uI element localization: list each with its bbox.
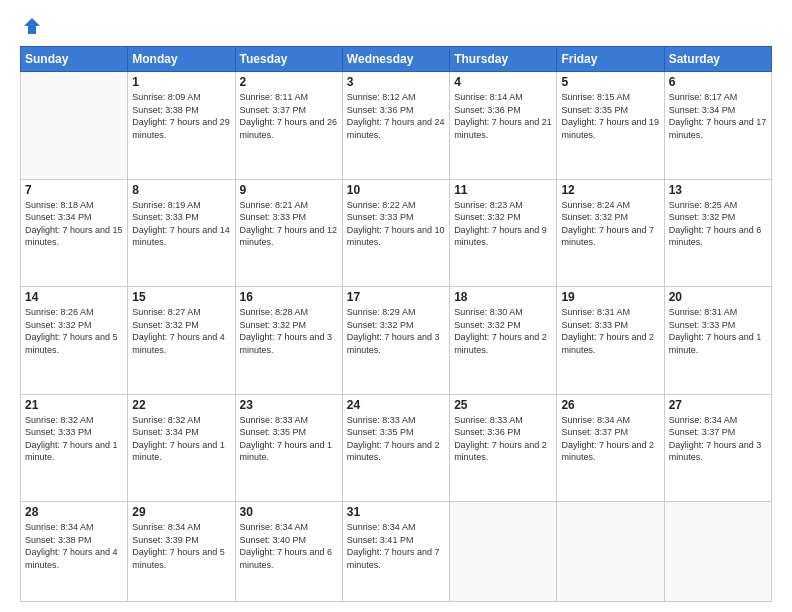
day-info: Sunrise: 8:27 AMSunset: 3:32 PMDaylight:… (132, 306, 230, 356)
calendar-cell: 28Sunrise: 8:34 AMSunset: 3:38 PMDayligh… (21, 502, 128, 602)
daylight-text: Daylight: 7 hours and 2 minutes. (561, 332, 654, 355)
daylight-text: Daylight: 7 hours and 17 minutes. (669, 117, 767, 140)
daylight-text: Daylight: 7 hours and 24 minutes. (347, 117, 445, 140)
day-info: Sunrise: 8:25 AMSunset: 3:32 PMDaylight:… (669, 199, 767, 249)
day-info: Sunrise: 8:33 AMSunset: 3:36 PMDaylight:… (454, 414, 552, 464)
day-number: 31 (347, 505, 445, 519)
day-info: Sunrise: 8:33 AMSunset: 3:35 PMDaylight:… (240, 414, 338, 464)
weekday-header-row: SundayMondayTuesdayWednesdayThursdayFrid… (21, 47, 772, 72)
day-info: Sunrise: 8:12 AMSunset: 3:36 PMDaylight:… (347, 91, 445, 141)
sunrise-text: Sunrise: 8:33 AM (347, 415, 416, 425)
day-number: 24 (347, 398, 445, 412)
sunrise-text: Sunrise: 8:12 AM (347, 92, 416, 102)
daylight-text: Daylight: 7 hours and 2 minutes. (454, 440, 547, 463)
sunset-text: Sunset: 3:32 PM (669, 212, 736, 222)
day-info: Sunrise: 8:31 AMSunset: 3:33 PMDaylight:… (561, 306, 659, 356)
sunrise-text: Sunrise: 8:31 AM (669, 307, 738, 317)
day-number: 14 (25, 290, 123, 304)
sunset-text: Sunset: 3:35 PM (347, 427, 414, 437)
calendar-cell: 20Sunrise: 8:31 AMSunset: 3:33 PMDayligh… (664, 287, 771, 395)
sunrise-text: Sunrise: 8:25 AM (669, 200, 738, 210)
weekday-header-thursday: Thursday (450, 47, 557, 72)
daylight-text: Daylight: 7 hours and 3 minutes. (240, 332, 333, 355)
daylight-text: Daylight: 7 hours and 6 minutes. (669, 225, 762, 248)
sunset-text: Sunset: 3:33 PM (240, 212, 307, 222)
sunrise-text: Sunrise: 8:34 AM (561, 415, 630, 425)
daylight-text: Daylight: 7 hours and 3 minutes. (669, 440, 762, 463)
calendar-cell: 11Sunrise: 8:23 AMSunset: 3:32 PMDayligh… (450, 179, 557, 287)
sunset-text: Sunset: 3:37 PM (669, 427, 736, 437)
sunset-text: Sunset: 3:33 PM (25, 427, 92, 437)
day-number: 20 (669, 290, 767, 304)
sunrise-text: Sunrise: 8:15 AM (561, 92, 630, 102)
daylight-text: Daylight: 7 hours and 26 minutes. (240, 117, 338, 140)
sunset-text: Sunset: 3:37 PM (561, 427, 628, 437)
calendar-cell: 7Sunrise: 8:18 AMSunset: 3:34 PMDaylight… (21, 179, 128, 287)
day-number: 12 (561, 183, 659, 197)
day-number: 17 (347, 290, 445, 304)
sunrise-text: Sunrise: 8:31 AM (561, 307, 630, 317)
day-info: Sunrise: 8:30 AMSunset: 3:32 PMDaylight:… (454, 306, 552, 356)
sunset-text: Sunset: 3:38 PM (25, 535, 92, 545)
day-info: Sunrise: 8:09 AMSunset: 3:38 PMDaylight:… (132, 91, 230, 141)
calendar-cell: 5Sunrise: 8:15 AMSunset: 3:35 PMDaylight… (557, 72, 664, 180)
sunset-text: Sunset: 3:32 PM (454, 212, 521, 222)
calendar-cell: 16Sunrise: 8:28 AMSunset: 3:32 PMDayligh… (235, 287, 342, 395)
daylight-text: Daylight: 7 hours and 1 minute. (669, 332, 762, 355)
day-number: 5 (561, 75, 659, 89)
calendar-cell: 6Sunrise: 8:17 AMSunset: 3:34 PMDaylight… (664, 72, 771, 180)
calendar-cell: 2Sunrise: 8:11 AMSunset: 3:37 PMDaylight… (235, 72, 342, 180)
calendar-cell (21, 72, 128, 180)
calendar-cell: 15Sunrise: 8:27 AMSunset: 3:32 PMDayligh… (128, 287, 235, 395)
day-number: 10 (347, 183, 445, 197)
week-row-2: 7Sunrise: 8:18 AMSunset: 3:34 PMDaylight… (21, 179, 772, 287)
sunrise-text: Sunrise: 8:34 AM (25, 522, 94, 532)
week-row-3: 14Sunrise: 8:26 AMSunset: 3:32 PMDayligh… (21, 287, 772, 395)
sunrise-text: Sunrise: 8:11 AM (240, 92, 309, 102)
day-info: Sunrise: 8:21 AMSunset: 3:33 PMDaylight:… (240, 199, 338, 249)
sunrise-text: Sunrise: 8:17 AM (669, 92, 738, 102)
day-number: 26 (561, 398, 659, 412)
day-info: Sunrise: 8:15 AMSunset: 3:35 PMDaylight:… (561, 91, 659, 141)
day-info: Sunrise: 8:28 AMSunset: 3:32 PMDaylight:… (240, 306, 338, 356)
sunrise-text: Sunrise: 8:30 AM (454, 307, 523, 317)
daylight-text: Daylight: 7 hours and 10 minutes. (347, 225, 445, 248)
daylight-text: Daylight: 7 hours and 1 minute. (25, 440, 118, 463)
day-number: 4 (454, 75, 552, 89)
day-number: 25 (454, 398, 552, 412)
sunset-text: Sunset: 3:34 PM (132, 427, 199, 437)
sunrise-text: Sunrise: 8:22 AM (347, 200, 416, 210)
day-info: Sunrise: 8:32 AMSunset: 3:34 PMDaylight:… (132, 414, 230, 464)
weekday-header-wednesday: Wednesday (342, 47, 449, 72)
sunset-text: Sunset: 3:36 PM (454, 427, 521, 437)
day-number: 8 (132, 183, 230, 197)
sunrise-text: Sunrise: 8:33 AM (240, 415, 309, 425)
sunrise-text: Sunrise: 8:28 AM (240, 307, 309, 317)
sunset-text: Sunset: 3:37 PM (240, 105, 307, 115)
daylight-text: Daylight: 7 hours and 19 minutes. (561, 117, 659, 140)
calendar-cell: 30Sunrise: 8:34 AMSunset: 3:40 PMDayligh… (235, 502, 342, 602)
day-number: 18 (454, 290, 552, 304)
sunrise-text: Sunrise: 8:19 AM (132, 200, 201, 210)
calendar-cell: 21Sunrise: 8:32 AMSunset: 3:33 PMDayligh… (21, 394, 128, 502)
sunset-text: Sunset: 3:36 PM (454, 105, 521, 115)
calendar-cell: 22Sunrise: 8:32 AMSunset: 3:34 PMDayligh… (128, 394, 235, 502)
daylight-text: Daylight: 7 hours and 7 minutes. (347, 547, 440, 570)
calendar-cell (450, 502, 557, 602)
day-info: Sunrise: 8:34 AMSunset: 3:40 PMDaylight:… (240, 521, 338, 571)
calendar-cell: 27Sunrise: 8:34 AMSunset: 3:37 PMDayligh… (664, 394, 771, 502)
day-info: Sunrise: 8:33 AMSunset: 3:35 PMDaylight:… (347, 414, 445, 464)
calendar-cell: 8Sunrise: 8:19 AMSunset: 3:33 PMDaylight… (128, 179, 235, 287)
sunset-text: Sunset: 3:34 PM (669, 105, 736, 115)
sunrise-text: Sunrise: 8:34 AM (347, 522, 416, 532)
calendar-cell: 25Sunrise: 8:33 AMSunset: 3:36 PMDayligh… (450, 394, 557, 502)
daylight-text: Daylight: 7 hours and 9 minutes. (454, 225, 547, 248)
day-number: 11 (454, 183, 552, 197)
weekday-header-saturday: Saturday (664, 47, 771, 72)
day-info: Sunrise: 8:31 AMSunset: 3:33 PMDaylight:… (669, 306, 767, 356)
sunrise-text: Sunrise: 8:32 AM (25, 415, 94, 425)
calendar-cell: 13Sunrise: 8:25 AMSunset: 3:32 PMDayligh… (664, 179, 771, 287)
daylight-text: Daylight: 7 hours and 1 minute. (132, 440, 225, 463)
day-info: Sunrise: 8:34 AMSunset: 3:37 PMDaylight:… (561, 414, 659, 464)
sunset-text: Sunset: 3:33 PM (561, 320, 628, 330)
